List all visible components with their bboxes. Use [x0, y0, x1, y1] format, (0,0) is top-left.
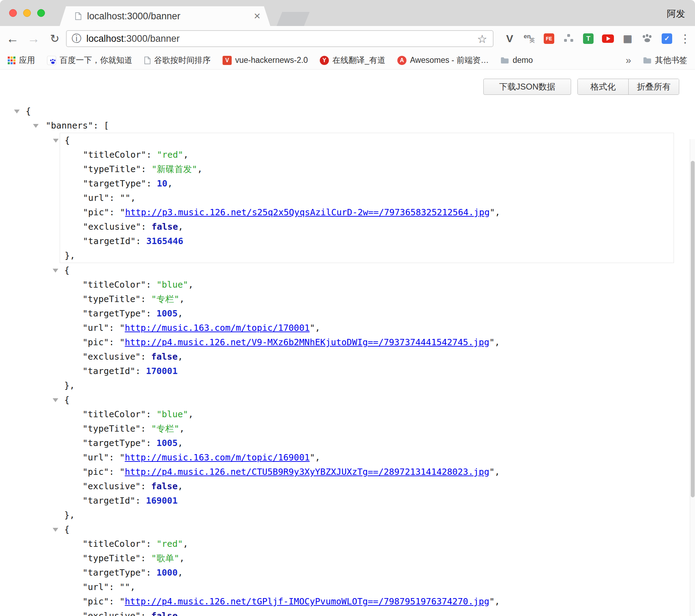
- json-token: :: [109, 452, 119, 463]
- new-tab-button[interactable]: [277, 12, 310, 26]
- collapse-triangle-icon[interactable]: [14, 110, 20, 113]
- minimize-window-button[interactable]: [23, 9, 31, 17]
- json-token: "pic": [83, 207, 109, 217]
- json-token: ,: [178, 222, 183, 232]
- bookmark-baidu[interactable]: 百度一下，你就知道: [47, 55, 132, 66]
- tab-close-icon[interactable]: ×: [254, 6, 260, 25]
- bookmark-other-bookmarks[interactable]: 其他书签: [643, 55, 687, 66]
- json-token: "pic": [82, 337, 109, 347]
- collapse-all-button[interactable]: 折叠所有: [628, 79, 679, 94]
- url-host: localhost: [86, 33, 124, 44]
- json-field-targetType: "targetType": 1005,: [60, 436, 674, 450]
- bookmark-awesomes[interactable]: A Awesomes - 前端资…: [397, 55, 489, 66]
- bookmark-youdao[interactable]: Y 在线翻译_有道: [320, 55, 385, 66]
- json-token: :: [136, 236, 146, 246]
- json-token: ,: [179, 424, 185, 434]
- json-token: :: [141, 553, 151, 563]
- json-link[interactable]: http://music.163.com/m/topic/169001: [125, 452, 310, 463]
- json-token: :: [135, 366, 146, 376]
- collapse-triangle-icon[interactable]: [53, 139, 59, 143]
- json-token: :: [146, 308, 157, 319]
- json-link[interactable]: http://music.163.com/m/topic/170001: [125, 323, 310, 333]
- back-icon[interactable]: ←: [4, 26, 21, 51]
- bookmark-apps[interactable]: 应用: [8, 55, 35, 66]
- bookmark-demo-folder[interactable]: demo: [501, 55, 533, 65]
- extension-translate-icon[interactable]: en英: [519, 33, 539, 44]
- json-token: "": [120, 193, 130, 203]
- profile-name[interactable]: 阿发: [667, 8, 685, 20]
- extension-youtube-icon[interactable]: [598, 34, 618, 43]
- json-token: "pic": [82, 596, 109, 607]
- json-field-exclusive: "exclusive": false,: [60, 219, 674, 234]
- json-token: "专栏": [151, 294, 179, 304]
- bookmark-star-icon[interactable]: ☆: [477, 32, 487, 46]
- json-link[interactable]: http://p3.music.126.net/s25q2x5QyqsAzilC…: [125, 207, 490, 217]
- extension-org-icon[interactable]: [559, 33, 578, 44]
- maximize-window-button[interactable]: [37, 9, 45, 17]
- json-link[interactable]: http://p4.music.126.net/V9-MXz6b2MNhEKju…: [125, 337, 489, 347]
- json-token: },: [65, 250, 75, 261]
- json-token: ,: [315, 323, 320, 333]
- json-token: ": [310, 323, 315, 333]
- close-window-button[interactable]: [9, 9, 17, 17]
- page-info-icon[interactable]: ⓘ: [72, 34, 81, 44]
- json-tree: {"banners": [{"titleColor": "red","typeT…: [0, 104, 690, 616]
- json-link[interactable]: http://p4.music.126.net/tGPljf-IMOCyPvum…: [125, 596, 489, 607]
- json-token: ,: [197, 164, 203, 174]
- collapse-triangle-icon[interactable]: [53, 528, 58, 532]
- reload-icon[interactable]: ↻: [46, 26, 63, 51]
- json-token: 10: [157, 178, 167, 189]
- scrollbar-thumb[interactable]: [691, 161, 695, 497]
- json-token: "targetType": [82, 568, 146, 578]
- bookmark-vue-hackernews[interactable]: V vue-hackernews-2.0: [223, 55, 308, 65]
- extension-vimium-icon[interactable]: V: [500, 33, 519, 45]
- json-token: :: [146, 438, 157, 448]
- page-scrollbar[interactable]: [690, 139, 695, 616]
- json-object-open: {: [60, 263, 674, 277]
- bookmarks-overflow-chevron-icon[interactable]: »: [626, 55, 631, 66]
- json-token: "targetId": [82, 496, 135, 506]
- json-token: {: [65, 135, 70, 145]
- forward-icon[interactable]: →: [25, 26, 42, 51]
- browser-tab[interactable]: localhost:3000/banner ×: [60, 6, 270, 26]
- json-token: 3165446: [146, 236, 183, 246]
- extension-qrcode-icon[interactable]: ▦: [618, 34, 637, 44]
- json-token: false: [152, 222, 178, 232]
- json-token: ,: [188, 409, 193, 419]
- json-token: ,: [130, 582, 135, 592]
- json-token: "url": [82, 582, 109, 592]
- download-json-button[interactable]: 下载JSON数据: [483, 79, 571, 95]
- json-token: ,: [183, 539, 188, 549]
- extension-paw-icon[interactable]: [637, 33, 657, 44]
- json-field-titleColor: "titleColor": "blue",: [60, 277, 674, 292]
- extension-green-shield-icon[interactable]: T: [578, 33, 598, 44]
- collapse-triangle-icon[interactable]: [53, 398, 58, 402]
- json-token: ,: [495, 467, 500, 477]
- json-token: ": [490, 207, 495, 217]
- collapse-triangle-icon[interactable]: [33, 124, 39, 128]
- json-banner-object-1: {"titleColor": "red","typeTitle": "新碟首发"…: [60, 133, 674, 263]
- extension-fe-icon[interactable]: FE: [539, 33, 559, 44]
- bookmark-google-sort[interactable]: 谷歌按时间排序: [144, 55, 211, 66]
- json-field-pic: "pic": "http://p4.music.126.net/tGPljf-I…: [60, 594, 674, 609]
- json-link[interactable]: http://p4.music.126.net/CTU5B9R9y3XyYBZX…: [125, 467, 489, 477]
- url-text[interactable]: localhost:3000/banner: [86, 33, 180, 44]
- collapse-triangle-icon[interactable]: [53, 269, 58, 273]
- format-button[interactable]: 格式化: [578, 79, 628, 94]
- extension-check-icon[interactable]: ✓: [657, 33, 677, 44]
- json-token: ": [119, 467, 125, 477]
- json-token: :: [135, 496, 146, 506]
- json-token: 1000: [157, 568, 178, 578]
- browser-menu-icon[interactable]: ⋮: [677, 26, 693, 51]
- viewer-button-group: 格式化 折叠所有: [577, 79, 679, 95]
- json-token: "targetId": [83, 236, 136, 246]
- json-field-typeTitle: "typeTitle": "专栏",: [60, 292, 674, 306]
- json-token: {: [26, 106, 31, 116]
- json-token: :: [109, 193, 120, 203]
- json-field-titleColor: "titleColor": "red",: [60, 537, 674, 551]
- json-field-typeTitle: "typeTitle": "新碟首发",: [60, 162, 674, 176]
- json-field-pic: "pic": "http://p4.music.126.net/CTU5B9R9…: [60, 465, 674, 479]
- address-bar[interactable]: ⓘ localhost:3000/banner ☆: [66, 30, 494, 47]
- browser-window: localhost:3000/banner × 阿发 ← → ↻ ⓘ local…: [0, 0, 695, 616]
- json-token: ": [489, 337, 495, 347]
